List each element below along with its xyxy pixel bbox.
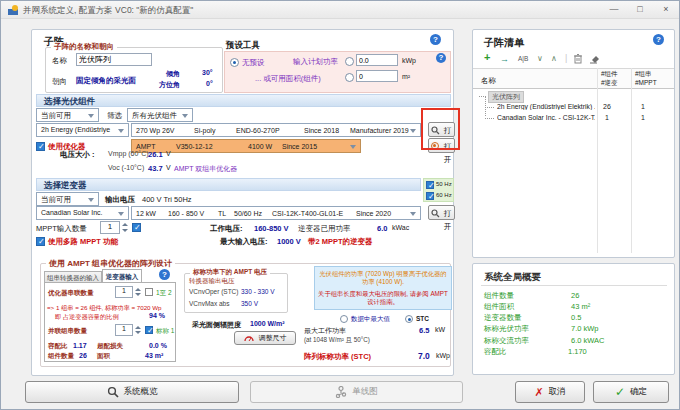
multi-mppt-checkbox[interactable]: [36, 237, 45, 246]
pv-spec-sort: Manufacturer 2019: [350, 127, 409, 134]
close-icon[interactable]: ×: [653, 1, 679, 19]
clear-icon[interactable]: [589, 53, 600, 64]
frequency-box: 50 Hz 60 Hz: [423, 178, 454, 202]
resize-button[interactable]: 调整尺寸: [234, 331, 296, 345]
ok-label: 确定: [630, 386, 647, 398]
warning-line2: 关于组串长度和最大电压的限制, 请参阅 AMPT 设计指南。: [317, 290, 449, 306]
nominal-hint: 标称 1: [156, 327, 174, 336]
available-area-input[interactable]: [356, 70, 398, 82]
optimizer-series-stepper[interactable]: [134, 286, 142, 298]
rename-icon[interactable]: A|B: [518, 55, 528, 62]
minimize-icon[interactable]: —: [601, 1, 627, 19]
vcnvmax-label: VCnvMax abs: [189, 300, 229, 307]
pv-availability-select[interactable]: 当前可用: [36, 108, 99, 122]
tab-inverter-input[interactable]: 逆变器输入: [102, 269, 142, 283]
inverter-select[interactable]: 12 kW 160 - 850 V TL 50/60 Hz CSI-12K-T4…: [131, 206, 421, 220]
system-overview-button[interactable]: 系统概览: [25, 381, 239, 403]
inverter-manufacturer-select[interactable]: Canadian Solar Inc.: [36, 206, 129, 220]
pv-filter-select[interactable]: 所有光伏组件: [127, 108, 193, 122]
series-range-checkbox[interactable]: [145, 288, 153, 296]
help-icon[interactable]: ?: [430, 34, 441, 45]
col-inverters-header[interactable]: #逆变: [601, 79, 618, 88]
irradiance-value: 1000 W/m²: [250, 320, 285, 327]
list-item[interactable]: Canadian Solar Inc. - CSI-12K-T... 1 1: [473, 113, 674, 124]
list-item-modules: 26: [603, 103, 611, 110]
list-item[interactable]: 2h Energy (Endüstriyel Elektrik) ... 26 …: [473, 102, 674, 113]
maximize-icon[interactable]: □: [627, 1, 653, 19]
ok-button[interactable]: ✓ 确定: [593, 381, 669, 403]
hz50-checkbox[interactable]: [426, 181, 434, 189]
available-area-label: ... 或可用面积(组件): [255, 74, 321, 84]
inverter-open-label: 打开: [441, 207, 454, 233]
pv-section-bar: 选择光伏组件: [36, 94, 451, 107]
azimuth-value: 0°: [206, 80, 213, 87]
system-summary-panel: 系统全局概要 组件数量 26 组件面积 43 m² 逆变器数量 0.5 标称光伏…: [472, 263, 675, 375]
col-strings-header[interactable]: #组串: [635, 70, 652, 79]
planned-power-radio[interactable]: [345, 57, 354, 66]
list-item-strings: 1: [641, 114, 645, 121]
mppt-count-input[interactable]: 1: [100, 221, 120, 234]
gauge-icon: [244, 335, 254, 342]
overload-loss-value: 0.0 %: [149, 342, 167, 349]
help-icon[interactable]: ?: [653, 34, 664, 45]
mppt-checkbox[interactable]: [132, 223, 141, 232]
grid-system-dialog: 并网系统定义, 配置方案 VC0: "新的仿真配置" — □ × 子阵 ? 子阵…: [0, 0, 680, 410]
col-name-header[interactable]: 名称: [481, 76, 496, 86]
subarray-name-input[interactable]: [76, 53, 152, 66]
no-sizing-radio[interactable]: [230, 58, 239, 67]
search-icon: [107, 386, 119, 398]
inverter-used-power-label: 逆变器已用功率: [298, 224, 351, 234]
duplicate-subarray-icon[interactable]: →: [500, 54, 509, 64]
single-line-diagram-button[interactable]: 单线图: [250, 381, 463, 403]
irradiance-label: 采光面侧辐照度: [192, 320, 241, 330]
optimizer-brand: AMPT: [136, 143, 155, 150]
delete-icon[interactable]: [573, 53, 583, 64]
title-bar[interactable]: 并网系统定义, 配置方案 VC0: "新的仿真配置" — □ ×: [1, 1, 679, 19]
output-voltage-value: 400 V Tri 50Hz: [142, 195, 192, 204]
planned-power-input[interactable]: [356, 54, 398, 66]
optimizer-series-label: 优化器串联数量: [48, 289, 94, 298]
cancel-button[interactable]: ✗ 取消: [515, 381, 585, 403]
optimizer-series-input[interactable]: 1: [115, 286, 133, 298]
converter-output-voltage-label: 转换器输出电压: [189, 277, 235, 286]
array-stc-power-unit: kWp: [436, 352, 450, 359]
mppt-count-label: MPPT输入数量: [36, 224, 87, 234]
module-area-label: 面积: [97, 352, 110, 361]
list-item-name[interactable]: 2h Energy (Endüstriyel Elektrik) ...: [497, 103, 595, 110]
help-icon[interactable]: ?: [159, 269, 170, 280]
col-modules-header[interactable]: #组件: [601, 70, 618, 79]
use-optimizer-checkbox[interactable]: [36, 142, 45, 151]
col-mppt-header[interactable]: #MPPT: [635, 79, 657, 86]
move-up-icon[interactable]: ∧: [551, 54, 557, 63]
capacity-ratio-line: 即 占逆变器容量的比例: [55, 313, 119, 322]
max-operating-power-label: 最大工作功率: [304, 326, 346, 336]
parallel-strings-input[interactable]: 1: [115, 324, 133, 336]
subarray-list-panel: 子阵清单 ? + → A|B ∨ ∧ | 名称 #组件 #逆变 #组串 #MPP…: [472, 29, 675, 258]
inverter-availability-select[interactable]: 当前可用: [36, 192, 99, 206]
mppt-count-stepper[interactable]: [121, 221, 129, 234]
available-area-radio[interactable]: [345, 73, 354, 82]
summary-value: 1.170: [568, 347, 587, 356]
summary-title: 系统全局概要: [484, 271, 541, 284]
pv-filter-label: 筛选: [107, 111, 122, 121]
summary-label: 标称光伏功率: [484, 324, 529, 334]
capacity-ratio-value: 94 %: [149, 312, 165, 319]
list-item-strings: 1: [641, 103, 645, 110]
pv-manufacturer-select[interactable]: 2h Energy (Endüstriye: [36, 123, 129, 137]
move-down-icon[interactable]: ∨: [537, 54, 543, 63]
inverter-open-button[interactable]: 打开: [428, 205, 455, 220]
add-subarray-icon[interactable]: +: [484, 52, 490, 63]
list-item-name[interactable]: Canadian Solar Inc. - CSI-12K-T...: [497, 114, 595, 121]
summary-value: 26: [571, 291, 579, 300]
optimizer-link[interactable]: AMPT 双组串优化器: [174, 164, 237, 174]
hz60-checkbox[interactable]: [426, 192, 434, 200]
parallel-strings-stepper[interactable]: [134, 324, 142, 336]
nominal-checkbox[interactable]: [145, 326, 153, 334]
operating-voltage-value: 160-850 V: [254, 224, 289, 233]
stc-radio[interactable]: [405, 315, 413, 323]
help-icon[interactable]: ?: [436, 53, 446, 63]
inverter-spec-since: Since 2020: [356, 210, 391, 217]
list-item-root[interactable]: 光伏阵列: [473, 90, 674, 102]
pv-module-select[interactable]: 270 Wp 26V Si-poly END-60-270P Since 201…: [131, 123, 421, 137]
max-in-data-radio[interactable]: [340, 315, 348, 323]
